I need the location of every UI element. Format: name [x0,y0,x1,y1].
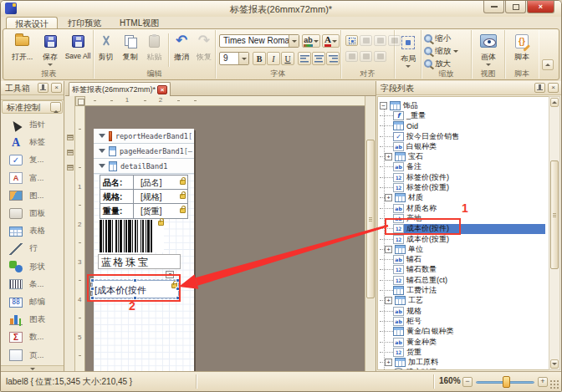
brand-text-object[interactable]: 蓝格珠宝 [98,254,181,269]
canvas-vertical-scrollbar[interactable] [365,96,376,371]
tab-html-view[interactable]: HTML视图 [111,17,167,29]
band-header-pageHeaderBand1[interactable]: pageHeaderBand1[— [94,144,194,159]
toolbox-item-pointer[interactable]: 指针 [1,116,64,134]
align-objects-button[interactable] [345,35,358,46]
align-right-button[interactable] [326,52,340,65]
tree-expand-expander[interactable]: + [385,194,392,201]
paste-button[interactable]: 粘贴 [143,32,166,69]
align-middles-button[interactable] [360,51,372,62]
band-collapse-icon[interactable] [99,149,105,153]
maximize-button[interactable] [505,1,526,13]
font-size-combo[interactable]: 9 [219,52,249,65]
label-field-row[interactable]: 品名:[品名] [100,176,187,190]
tab-print-preview[interactable]: 打印预览 [59,17,110,29]
field-list-close-button[interactable]: × [548,83,559,93]
field-item-白银种类[interactable]: ab白银种类 [380,141,545,151]
toolbox-item-label[interactable]: A标签 [1,134,64,151]
toolbox-item-panel[interactable]: 面板 [1,205,64,222]
copy-button[interactable]: 复制 [119,32,141,69]
scroll-up-button[interactable] [550,98,559,107]
open-button[interactable]: 打开... [8,32,36,69]
band-handle[interactable] [67,135,74,140]
field-item-辅石数量[interactable]: 12辅石数量 [380,265,545,275]
script-button[interactable]: {} 脚本 [508,32,535,69]
field-list-scrollbar[interactable] [549,96,560,370]
redo-button[interactable]: ↷ 恢复 [193,32,215,69]
zoom-button[interactable]: 缩放 [424,45,458,57]
scrollbar-thumb[interactable] [550,160,559,269]
field-item-_重量[interactable]: f_重量 [380,110,545,120]
field-list-pin-button[interactable] [534,83,545,93]
field-item-货重[interactable]: 12货重 [380,347,545,357]
label-page[interactable]: reportHeaderBand1[pageHeaderBand1[—detai… [94,129,194,371]
align-bottoms-button[interactable] [374,51,386,62]
font-name-combo[interactable]: Times New Roman [219,34,299,48]
toolbox-scroll-down-button[interactable] [1,365,64,371]
field-item-建立时间[interactable]: ◔建立时间 [380,368,545,370]
underline-button[interactable]: U [281,52,294,65]
highlight-color-button[interactable]: ab [302,34,320,48]
scroll-down-button[interactable] [550,359,559,369]
tree-collapse-expander[interactable]: − [380,102,387,109]
align-centers-button[interactable] [374,35,386,46]
bold-button[interactable]: B [253,52,266,65]
field-item-按今日金价销售[interactable]: ✓按今日金价销售 [380,131,545,141]
tree-expand-expander[interactable]: + [385,359,392,366]
barcode-object[interactable] [100,220,164,252]
document-close-button[interactable]: × [157,85,167,94]
ruler-corner-button[interactable] [75,96,85,106]
cut-button[interactable]: 剪切 [95,32,117,69]
scrollbar-thumb[interactable] [366,140,375,298]
field-item-Oid[interactable]: Oid [380,121,545,131]
field-item-辅石[interactable]: ab辅石 [380,255,545,265]
align-center-button[interactable] [312,52,325,65]
field-item-成本价(按重)[interactable]: 12成本价(按重) [380,234,545,244]
field-item-工艺[interactable]: +工艺 [380,296,545,306]
band-handle[interactable] [67,150,74,155]
minimize-button[interactable] [483,1,504,13]
toolbox-item-picture[interactable]: 图... [1,187,64,205]
close-button[interactable]: × [527,1,554,13]
zoom-in-button[interactable]: + [538,377,548,387]
font-size-dropdown-icon[interactable] [238,53,248,64]
toolbox-item-richtext[interactable]: A富... [1,170,64,187]
field-item-加工原料[interactable]: +加工原料 [380,358,545,368]
band-collapse-icon[interactable] [99,134,105,138]
font-color-button[interactable]: A [322,34,340,48]
zoom-out-button[interactable]: − [462,377,473,387]
view-form-button[interactable]: 画体 [475,32,502,69]
toolbox-item-zipcode[interactable]: 88邮编 [1,293,64,311]
label-fields-table[interactable]: 品名:[品名]规格:[规格]重量:[货重] [100,175,188,219]
resize-grip[interactable] [549,379,559,389]
toolbox-item-line[interactable]: 行 [1,240,64,257]
ribbon-collapse-button[interactable] [542,59,554,70]
toolbox-item-shape[interactable]: 形状 [1,258,64,276]
toolbox-item-barcode[interactable]: 条... [1,276,64,293]
field-item-标签价(按重)[interactable]: 12标签价(按重) [380,182,545,192]
section-collapse-button[interactable] [50,102,61,112]
field-item-单位[interactable]: +单位 [380,244,545,254]
toolbox-item-table[interactable]: 表格 [1,222,64,240]
toolbox-item-sigma[interactable]: Σ数... [1,328,64,346]
tab-report-design[interactable]: 报表设计 [6,17,58,29]
save-button[interactable]: 保存 [38,32,63,69]
toolbox-item-checkbox[interactable]: ✓复... [1,151,64,169]
field-item-宝石[interactable]: +宝石 [380,152,545,162]
band-handle[interactable] [67,165,74,171]
band-collapse-icon[interactable] [99,164,105,168]
field-item-工费计法[interactable]: 工费计法 [380,285,545,295]
field-item-备注[interactable]: ab备注 [380,162,545,172]
field-item-饰品[interactable]: −饰品 [380,100,545,110]
align-left-button[interactable] [298,52,311,65]
toolbox-pin-button[interactable] [38,83,49,93]
field-item-规格[interactable]: ab规格 [380,306,545,316]
band-header-detailBand1[interactable]: detailBand1 [94,159,194,174]
field-item-标签价(按件)[interactable]: 12标签价(按件) [380,172,545,182]
italic-button[interactable]: I [267,52,280,65]
tree-expand-expander[interactable]: + [385,246,392,253]
tree-expand-expander[interactable]: + [385,297,392,304]
zoom-slider-thumb[interactable] [503,376,510,388]
toolbox-close-button[interactable]: × [51,83,62,93]
document-tab[interactable]: 标签报表(26mmx72mm)* × [69,82,171,96]
zoom-in-button[interactable]: 放大 [424,58,451,69]
